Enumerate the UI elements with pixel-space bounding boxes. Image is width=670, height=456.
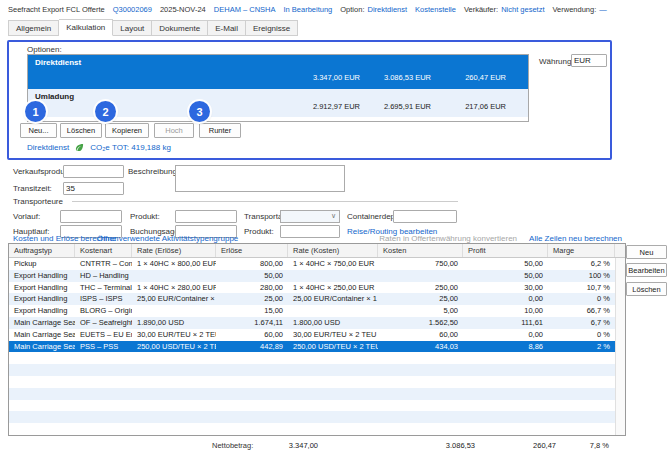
table-row[interactable]: Export Handling THC – Terminal Handl... … xyxy=(9,282,615,294)
verwendung-label: Verwendung: xyxy=(552,5,596,14)
option-row-direktdienst[interactable]: Direktdienst 3.347,00 EUR 3.086,53 EUR 2… xyxy=(28,55,528,89)
empty-row xyxy=(9,352,615,364)
tab-layout[interactable]: Layout xyxy=(113,20,152,36)
options-label: Optionen: xyxy=(27,45,62,54)
row-edit-button[interactable]: Bearbeiten xyxy=(626,263,667,277)
option-new-button[interactable]: Neu... xyxy=(20,123,57,138)
table-row[interactable]: Export Handling HD – Handling 50,00 50,0… xyxy=(9,270,615,282)
produkt-vorlauf-input[interactable] xyxy=(175,210,237,223)
cell-erloese: 25,00 xyxy=(216,293,288,305)
option-name: Umladung xyxy=(35,92,74,101)
option-down-button[interactable]: Runter xyxy=(199,123,241,138)
cell-auftragstyp: Main Carriage Sea xyxy=(9,317,75,329)
col-auftragstyp[interactable]: Auftragstyp xyxy=(9,244,75,257)
cell-kosten: 60,00 xyxy=(378,329,463,341)
col-kosten[interactable]: Kosten xyxy=(378,244,463,257)
cell-auftragstyp: Pickup xyxy=(9,258,75,270)
cell-rate-kosten: 1 × 40HC × 750,00 EUR xyxy=(288,258,378,270)
option-copy-button[interactable]: Kopieren xyxy=(105,123,149,138)
cell-profit: 50,00 xyxy=(463,270,548,282)
tab-bar: Allgemein Kalkulation Layout Dokumente E… xyxy=(8,19,298,36)
containerdepot-input[interactable] xyxy=(393,210,457,223)
table-scrollbar[interactable] xyxy=(615,258,625,435)
option-profit: 217,06 EUR xyxy=(426,102,506,111)
empty-row xyxy=(9,364,615,376)
tab-ereignisse[interactable]: Ereignisse xyxy=(246,20,298,36)
tab-kalkulation[interactable]: Kalkulation xyxy=(59,19,113,36)
table-header: Auftragstyp Kostenart Rate (Erlöse) Erlö… xyxy=(9,244,625,258)
tab-email[interactable]: E-Mail xyxy=(208,20,246,36)
cell-kostenart: EUETS – EU Emisssion ... xyxy=(75,329,132,341)
doc-number-link[interactable]: Q30002069 xyxy=(113,5,152,14)
row-delete-button[interactable]: Löschen xyxy=(626,282,667,296)
cell-rate-erloese xyxy=(132,270,216,282)
cell-kosten: 5,00 xyxy=(378,305,463,317)
annotation-badge-1: 1 xyxy=(25,101,46,122)
currency-input[interactable] xyxy=(571,54,607,67)
option-profit: 260,47 EUR xyxy=(426,73,506,82)
co2-option-name: Direktdienst xyxy=(27,143,69,152)
cell-auftragstyp: Main Carriage Sea xyxy=(9,329,75,341)
table-row[interactable]: Pickup CNTRTR – Container T... 1 × 40HC … xyxy=(9,258,615,270)
produkt-vorlauf-label: Produkt: xyxy=(130,212,160,221)
produkt-hauptlauf-input[interactable] xyxy=(280,225,340,238)
option-delete-button[interactable]: Löschen xyxy=(60,123,102,138)
table-row[interactable]: Main Carriage Sea EUETS – EU Emisssion .… xyxy=(9,329,615,341)
cell-erloese: 60,00 xyxy=(216,329,288,341)
col-rate-kosten[interactable]: Rate (Kosten) xyxy=(288,244,378,257)
cell-marge: 2 % xyxy=(548,341,615,353)
cell-rate-erloese: 250,00 USD/TEU × 2 TEU xyxy=(132,341,216,353)
cell-profit: 0,00 xyxy=(463,329,548,341)
table-row[interactable]: Export Handling ISPS – ISPS 25,00 EUR/Co… xyxy=(9,293,615,305)
col-kostenart[interactable]: Kostenart xyxy=(75,244,132,257)
option-erloese: 3.347,00 EUR xyxy=(280,73,360,82)
row-new-button[interactable]: Neu xyxy=(626,245,667,259)
recalc-all-rows-link[interactable]: Alle Zeilen neu berechnen xyxy=(529,234,622,243)
transitzeit-input[interactable] xyxy=(63,182,124,195)
empty-row xyxy=(9,388,615,400)
route-link[interactable]: DEHAM – CNSHA xyxy=(214,5,276,14)
table-row[interactable]: Export Handling BLORG – Origin BL Fee 15… xyxy=(9,305,615,317)
col-profit[interactable]: Profit xyxy=(463,244,548,257)
cell-kosten xyxy=(378,270,463,282)
vorlauf-label: Vorlauf: xyxy=(13,212,40,221)
cell-profit: 111,61 xyxy=(463,317,548,329)
cell-kostenart: PSS – PSS xyxy=(75,341,132,353)
cell-erloese: 15,00 xyxy=(216,305,288,317)
table-row-selected[interactable]: Main Carriage Sea PSS – PSS 250,00 USD/T… xyxy=(9,341,615,353)
beschreibung-textarea[interactable] xyxy=(175,165,345,192)
co2-total-text: CO₂e TOT: 419,188 kg xyxy=(90,143,171,152)
cell-kostenart: THC – Terminal Handl... xyxy=(75,282,132,294)
col-rate-erloese[interactable]: Rate (Erlöse) xyxy=(132,244,216,257)
cell-rate-kosten: 30,00 EUR/TEU × 2 TEU xyxy=(288,329,378,341)
vorlauf-input[interactable] xyxy=(60,210,122,223)
cell-auftragstyp: Main Carriage Sea xyxy=(9,341,75,353)
cell-rate-erloese: 1.890,00 USD xyxy=(132,317,216,329)
cell-marge: 6,7 % xyxy=(548,317,615,329)
produkt-hauptlauf-label: Produkt: xyxy=(244,227,274,236)
verkaufsprodukt-input[interactable] xyxy=(63,165,124,178)
option-kosten: 2.695,91 EUR xyxy=(351,102,431,111)
open-activity-group-link[interactable]: Öffne verwendete Aktivitätstypengruppe xyxy=(97,234,238,243)
cell-rate-kosten: 1.800,00 USD xyxy=(288,317,378,329)
col-marge[interactable]: Marge xyxy=(548,244,615,257)
option-value-link[interactable]: Direktdienst xyxy=(367,5,407,14)
verkaeufer-value-link[interactable]: Nicht gesetzt xyxy=(501,5,544,14)
col-erloese[interactable]: Erlöse xyxy=(216,244,288,257)
tab-allgemein[interactable]: Allgemein xyxy=(8,20,59,36)
cell-profit: 10,00 xyxy=(463,305,548,317)
table-row[interactable]: Main Carriage Sea OF – Seafreight 1.890,… xyxy=(9,317,615,329)
tab-dokumente[interactable]: Dokumente xyxy=(152,20,208,36)
cell-marge: 6,2 % xyxy=(548,258,615,270)
options-panel: Optionen: Direktdienst 3.347,00 EUR 3.08… xyxy=(7,40,612,160)
cell-rate-erloese: 30,00 EUR/TEU × 2 TEU xyxy=(132,329,216,341)
empty-row xyxy=(9,411,615,423)
cell-auftragstyp: Export Handling xyxy=(9,282,75,294)
cell-erloese: 1.674,11 xyxy=(216,317,288,329)
kostenstelle-link[interactable]: Kostenstelle xyxy=(415,5,456,14)
calculation-table: Auftragstyp Kostenart Rate (Erlöse) Erlö… xyxy=(8,243,626,436)
transportart-select[interactable]: ∨ xyxy=(280,210,340,223)
empty-row xyxy=(9,376,615,388)
status-badge: In Bearbeitung xyxy=(283,5,332,14)
option-up-button[interactable]: Hoch xyxy=(154,123,194,138)
